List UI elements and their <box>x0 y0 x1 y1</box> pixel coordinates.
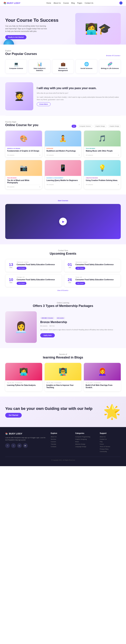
footer-brand: 📚 BUSY LOGY Look the after Pamphlet's he… <box>5 432 47 453</box>
footer-col-support-links: About Us Contact Us FAQ Forum Terms of S… <box>100 436 121 452</box>
nav-about[interactable]: About Us <box>54 2 61 4</box>
blog-image-1: 👩‍💻 <box>5 363 42 380</box>
footer-col-explore-title: Explore <box>51 432 72 434</box>
find-header: Find the Right Online Course for you All… <box>5 121 121 128</box>
membership-apply-button[interactable]: Apply Now <box>40 333 55 338</box>
events-title: Upcoming Events <box>5 252 121 256</box>
course-card-business[interactable]: 💼 Business & Management <box>52 59 74 74</box>
linkedin-icon[interactable]: in <box>17 443 22 448</box>
footer-link-community[interactable]: Community <box>100 451 121 452</box>
footer-link-terms[interactable]: Terms of Service <box>100 446 121 448</box>
event-ticket-button-1[interactable]: Get Ticket <box>17 267 26 270</box>
view-all-events-link[interactable]: View All Events › <box>5 290 121 291</box>
blog-comments-3: 0 Comments <box>94 382 101 384</box>
footer-link-music[interactable]: Music <box>75 441 96 442</box>
footer-link-language[interactable]: Language Design <box>75 446 96 448</box>
play-button[interactable] <box>59 218 67 225</box>
footer-link-faq[interactable]: FAQ <box>100 441 121 442</box>
course-card-computer-science[interactable]: 💻 Computer Science <box>5 59 27 74</box>
nav-contact[interactable]: Contact Us <box>85 2 93 4</box>
membership-header: Online Learning Offers 3 Types of Member… <box>5 302 121 308</box>
footer-link-machine[interactable]: Machine Design <box>75 443 96 445</box>
events-section: Contact Now Upcoming Events 13 Dec Vanco… <box>0 244 126 296</box>
course-tag-buddhism: BUDDHISM <box>47 148 80 149</box>
nav-links: Home About Us Course Blog Pages Contact … <box>46 2 93 4</box>
footer-link-forum[interactable]: Forum <box>100 443 121 445</box>
browse-all-link[interactable]: Browse All Courses › <box>106 55 121 56</box>
find-title: Online Course for you <box>5 123 38 127</box>
twitter-icon[interactable]: t <box>11 443 16 448</box>
footer-link-privacy[interactable]: Privacy Policy <box>100 448 121 450</box>
footer-link-contact-us[interactable]: Contact Us <box>100 438 121 440</box>
blog-title-2: Insights on How to Improve Your Teaching… <box>46 384 80 389</box>
testimonial-cta-button[interactable]: Know More <box>37 102 51 106</box>
filter-tab-graphic[interactable]: Graphic Design <box>94 125 107 128</box>
nav-home[interactable]: Home <box>46 2 51 4</box>
course-students-jquery: 3 <box>79 184 79 186</box>
filter-tab-graphic2[interactable]: Graphic Design <box>108 125 121 128</box>
blog-card-2[interactable]: 👨‍🏫 Jan 03, 2021 · 0 Comments Insights o… <box>45 363 82 391</box>
blogs-grid: 👩‍💻 Sep 28, 2021 · 0 Comments Learning P… <box>5 363 121 391</box>
course-tag-design: DESIGN & UX DESIGN <box>7 148 40 149</box>
course-card-music[interactable]: 🎵 TECH REVIEWS Making Music with Other P… <box>84 130 121 158</box>
hero-section: Your Course To Success Can you help me f… <box>0 6 126 44</box>
filter-tab-all[interactable]: All <box>72 125 76 128</box>
blog-meta-1: Sep 28, 2021 · 0 Comments <box>7 382 40 384</box>
blogs-header: Secrets of learning Revealed in Blogs <box>5 354 121 359</box>
user-icon[interactable]: 👤 <box>119 2 123 4</box>
footer-link-services[interactable]: Services <box>51 438 72 440</box>
testimonial-section: 🧑‍🎓 I will stay with you until you pass … <box>0 77 126 116</box>
filter-tab-cs[interactable]: Computer Science <box>78 125 92 128</box>
membership-badge-item1: 290 880 / 3 levels <box>40 317 54 319</box>
course-card-biology[interactable]: 🧬 Biology & Life Sciences <box>99 59 121 74</box>
event-date-3: 10 Dec <box>7 278 14 284</box>
footer-link-contacts[interactable]: Contacts <box>51 446 72 448</box>
course-lessons-creative: 24 Lessons <box>86 184 93 186</box>
hero-subtitle: Can you help me find something better fr… <box>5 25 47 32</box>
course-card-buddhism[interactable]: 🧘 BUDDHISM Buddhism and Modern Psycholog… <box>45 130 82 158</box>
blog-card-1[interactable]: 👩‍💻 Sep 28, 2021 · 0 Comments Learning P… <box>5 363 42 391</box>
guiding-heading: You can be your own Guiding star with ou… <box>5 406 100 411</box>
blog-body-1: Sep 28, 2021 · 0 Comments Learning Pytho… <box>5 380 42 389</box>
course-card-social[interactable]: 🌐 Social Sciences <box>76 59 97 74</box>
footer-link-about[interactable]: About Us <box>51 436 72 438</box>
course-card-data-analysis[interactable]: 📊 Data Analysis & Statistics <box>29 59 50 74</box>
course-card-creative[interactable]: 💡 CREATIVE REVIEWS Using Creative Proble… <box>84 160 121 189</box>
footer-logo: 📚 BUSY LOGY <box>5 432 47 435</box>
event-day-2: 01 <box>66 263 73 266</box>
event-ticket-button-4[interactable]: Get Ticket <box>75 282 85 285</box>
footer-col-explore-links: About Us Services Courses Tutorials Cont… <box>51 436 72 448</box>
explore-title: Our Popular Courses <box>5 52 37 56</box>
event-ticket-button-3[interactable]: Get Ticket <box>17 282 26 285</box>
membership-label: Online Learning <box>5 302 121 304</box>
footer-link-courses[interactable]: Courses <box>51 441 72 442</box>
course-card-art[interactable]: 📷 TECH REVIEWS The Art of Black and Whit… <box>5 160 42 189</box>
footer-link-cs[interactable]: Computer Programming <box>75 436 96 438</box>
footer-link-tutorials[interactable]: Tutorials <box>51 443 72 445</box>
course-card-jquery[interactable]: 📱 BUSINESS & MANAGEMENT Learning jQuery … <box>45 160 82 189</box>
nav-course[interactable]: Course <box>63 2 69 4</box>
course-card-design[interactable]: 🎨 DESIGN & UX DESIGN Fundamentals of Gra… <box>5 130 42 158</box>
video-container[interactable] <box>5 204 121 239</box>
nav-logo[interactable]: 📚 BUSY LOGY <box>3 2 20 4</box>
membership-hours: 86.5 hrs <box>49 325 55 327</box>
event-month-4: Dec <box>66 282 73 284</box>
nav-blog[interactable]: Blog <box>71 2 75 4</box>
guiding-cta-button[interactable]: Get Started <box>5 413 22 418</box>
event-title-4: Consumer Food Safety Education Conferenc… <box>75 278 119 281</box>
event-ticket-button-2[interactable]: Get Ticket <box>75 267 85 270</box>
nav-pages[interactable]: Pages <box>77 2 82 4</box>
footer-link-graphic[interactable]: Graphic Designing <box>75 438 96 440</box>
course-lessons-music: 24 Lessons <box>86 154 93 156</box>
hero-cta-button[interactable]: Ready to Get Started <box>5 35 26 39</box>
footer-bottom: © Copyright 2021. All Rights Reserved <box>5 457 121 461</box>
event-day-1: 13 <box>7 263 14 266</box>
footer-link-about-us[interactable]: About Us <box>100 436 121 438</box>
testimonial-heading: I will stay with you until you pass your… <box>37 86 121 90</box>
youtube-icon[interactable]: ▶ <box>23 443 28 448</box>
course-name-data: Data Analysis & Statistics <box>30 68 49 72</box>
facebook-icon[interactable]: f <box>5 443 10 448</box>
event-location-3: Chicago, US <box>17 276 60 278</box>
testimonial-body: So I said I obviously can 'trust them (r… <box>37 96 121 101</box>
blog-card-3[interactable]: 👩‍🦰 Jun 03, 2021 · 0 Comments Build A Fu… <box>84 363 121 391</box>
